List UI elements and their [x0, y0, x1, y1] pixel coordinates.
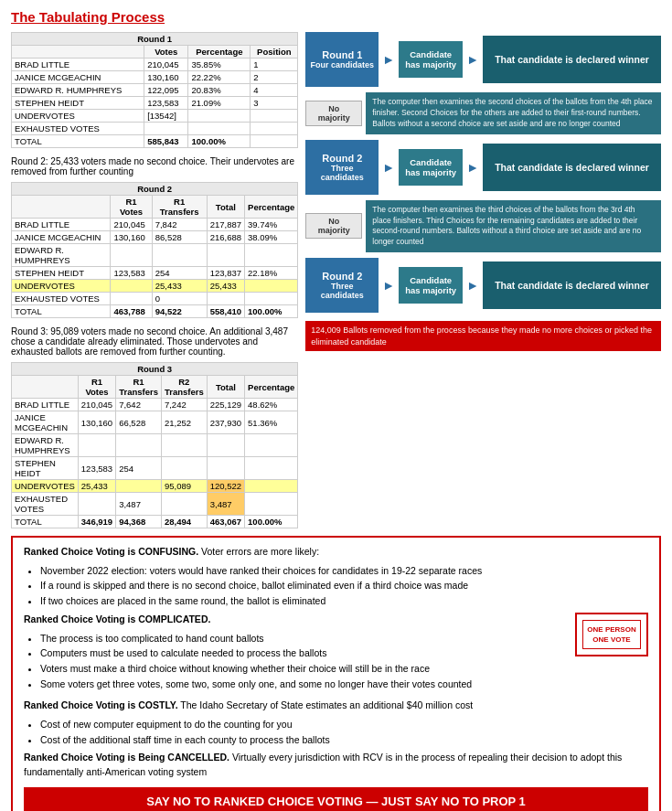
list-item: Cost of the additional staff time in eac… — [40, 733, 648, 747]
list-item: Computers must be used to calculate need… — [40, 646, 566, 660]
costly-para: Ranked Choice Voting is COSTLY. The Idah… — [24, 699, 648, 713]
candidate-majority-label-1: Candidatehas majority — [405, 49, 456, 69]
table-row: TOTAL 346,919 94,368 28,494 463,067 100.… — [12, 516, 298, 528]
round2a-label: Round 2 — [322, 153, 362, 164]
no-majority-2-row: Nomajority The computer then examines th… — [305, 200, 661, 253]
candidate-name: BRAD LITTLE — [12, 59, 144, 71]
candidate-name: JANICE MCGEACHIN — [12, 71, 144, 84]
table-row: JANICE MCGEACHIN 130,160 22.22% 2 — [12, 71, 298, 84]
arrow1: ► — [382, 52, 395, 67]
cta-bar: SAY NO TO RANKED CHOICE VOTING — JUST SA… — [24, 787, 648, 811]
confusing-para: Ranked Choice Voting is CONFUSING. Voter… — [24, 545, 648, 560]
votes: 123,583 — [144, 97, 188, 110]
candidate-majority-box-1: Candidatehas majority — [399, 41, 463, 78]
round2b-label: Round 2 — [322, 271, 362, 282]
page-title: The Tabulating Process — [11, 9, 661, 25]
cancelled-para: Ranked Choice Voting is Being CANCELLED.… — [24, 751, 648, 780]
no-majority-1-row: Nomajority The computer then examines th… — [305, 92, 661, 134]
votes: 585,843 — [144, 135, 188, 148]
explanation-box-1: The computer then examines the second ch… — [366, 92, 661, 134]
round2-table-section: Round 2 R1 Votes R1 Transfers Total Perc… — [11, 182, 298, 318]
pct: 35.85% — [188, 59, 251, 71]
round3-header: Round 3 — [12, 363, 298, 376]
logo-line1: ONE PERSON — [587, 624, 636, 635]
costly-list: Cost of new computer equipment to do the… — [40, 718, 648, 746]
col-pct: Percentage — [188, 46, 251, 59]
list-item: The process is too complicated to hand c… — [40, 632, 566, 646]
candidate-name: UNDERVOTES — [12, 110, 144, 123]
votes: 210,045 — [144, 59, 188, 71]
confusing-intro: Voter errors are more likely: — [201, 546, 319, 557]
costly-header: Ranked Choice Voting is COSTLY. — [24, 699, 178, 710]
complicated-para: Ranked Choice Voting is COMPLICATED. — [24, 613, 566, 627]
table-row: STEPHEN HEIDT 123,583 254 123,837 22.18% — [12, 267, 298, 280]
winner-label-2: That candidate is declared winner — [495, 162, 649, 173]
arrow2: ► — [466, 52, 479, 67]
col-pos: Position — [251, 46, 298, 59]
round1-header: Round 1 — [12, 33, 298, 46]
table-row: UNDERVOTES 25,433 25,433 — [12, 280, 298, 293]
table-row: JANICE MCGEACHIN 130,160 86,528 216,688 … — [12, 231, 298, 244]
arrow3: ► — [382, 160, 395, 175]
pct: 100.00% — [188, 135, 251, 148]
candidate-majority-label-2: Candidatehas majority — [405, 157, 456, 177]
winner-label-1: That candidate is declared winner — [495, 54, 649, 65]
pos: 4 — [251, 84, 298, 97]
list-item: November 2022 election: voters would hav… — [40, 564, 648, 578]
table-row: EXHAUSTED VOTES — [12, 123, 298, 135]
flow-round1-row: Round 1 Four candidates ► Candidatehas m… — [305, 32, 661, 87]
top-section: Round 1 Votes Percentage Position BRAD L… — [11, 32, 661, 528]
one-person-one-vote-logo: ONE PERSON ONE VOTE — [575, 613, 648, 656]
round1-sub: Four candidates — [311, 60, 375, 69]
candidate-majority-label-3: Candidatehas majority — [405, 275, 456, 295]
candidate-name: TOTAL — [12, 135, 144, 148]
pct: 21.09% — [188, 97, 251, 110]
table-row: BRAD LITTLE 210,045 35.85% 1 — [12, 59, 298, 71]
pos: 1 — [251, 59, 298, 71]
table-row: TOTAL 585,843 100.00% — [12, 135, 298, 148]
explanation-box-2: The computer then examines the third cho… — [366, 200, 661, 253]
winner-box-3: That candidate is declared winner — [483, 261, 661, 309]
round2a-sub: Three candidates — [309, 164, 375, 182]
table-row: JANICE MCGEACHIN 130,160 66,528 21,252 2… — [12, 411, 298, 434]
flow-diagram: Round 1 Four candidates ► Candidatehas m… — [305, 32, 661, 528]
arrow5: ► — [382, 278, 395, 293]
candidate-name: EDWARD R. HUMPHREYS — [12, 84, 144, 97]
round2b-sub: Three candidates — [309, 282, 375, 300]
table-row: BRAD LITTLE 210,045 7,842 217,887 39.74% — [12, 219, 298, 231]
round2b-diamond: Round 2 Three candidates — [305, 258, 379, 313]
pct: 20.83% — [188, 84, 251, 97]
table-row: EDWARD R. HUMPHREYS 122,095 20.83% 4 — [12, 84, 298, 97]
list-item: Cost of new computer equipment to do the… — [40, 718, 648, 731]
winner-box-1: That candidate is declared winner — [483, 36, 661, 83]
votes: 122,095 — [144, 84, 188, 97]
left-column: Round 1 Votes Percentage Position BRAD L… — [11, 32, 298, 528]
list-item: Some voters get three votes, some two, s… — [40, 678, 566, 691]
round1-diamond: Round 1 Four candidates — [305, 32, 379, 87]
bottom-section: Ranked Choice Voting is CONFUSING. Voter… — [11, 536, 661, 811]
complicated-list: The process is too complicated to hand c… — [40, 632, 566, 691]
candidate-majority-box-3: Candidatehas majority — [399, 267, 463, 304]
pos: 2 — [251, 71, 298, 84]
list-item: If two choices are placed in the same ro… — [40, 594, 648, 608]
candidate-majority-box-2: Candidatehas majority — [399, 149, 463, 186]
round2a-diamond: Round 2 Three candidates — [305, 140, 379, 195]
list-item: If a round is skipped and there is no se… — [40, 579, 648, 592]
votes: 130,160 — [144, 71, 188, 84]
pos: 3 — [251, 97, 298, 110]
complicated-row: Ranked Choice Voting is COMPLICATED. The… — [24, 613, 648, 696]
complicated-text: Ranked Choice Voting is COMPLICATED. The… — [24, 613, 566, 696]
round1-table: Round 1 Votes Percentage Position BRAD L… — [11, 32, 298, 148]
confusing-header: Ranked Choice Voting is CONFUSING. — [24, 546, 198, 557]
complicated-header: Ranked Choice Voting is COMPLICATED. — [24, 614, 210, 624]
table-row: TOTAL 463,788 94,522 558,410 100.00% — [12, 305, 298, 318]
flow-round2b-row: Round 2 Three candidates ► Candidatehas … — [305, 258, 661, 313]
winner-label-3: That candidate is declared winner — [495, 280, 649, 291]
round3-table-section: Round 3 R1 Votes R1 Transfers R2 Transfe… — [11, 362, 298, 528]
list-item: Voters must make a third choice without … — [40, 662, 566, 676]
candidate-name: EXHAUSTED VOTES — [12, 123, 144, 135]
table-row: STEPHEN HEIDT 123,583 254 — [12, 457, 298, 480]
round2-header: Round 2 — [12, 183, 298, 196]
arrow4: ► — [466, 160, 479, 175]
candidate-name: STEPHEN HEIDT — [12, 97, 144, 110]
